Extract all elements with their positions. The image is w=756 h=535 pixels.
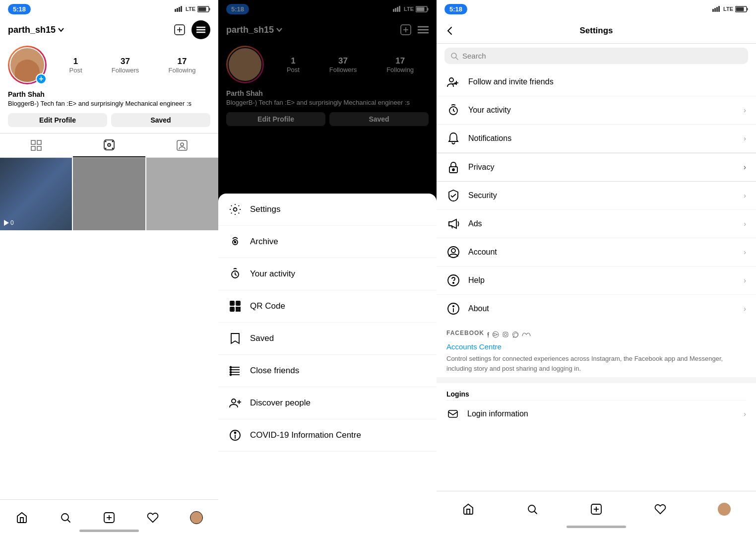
facebook-description: Control settings for connected experienc… — [446, 354, 746, 373]
svg-rect-80 — [716, 7, 718, 12]
svg-rect-0 — [175, 9, 176, 12]
svg-rect-84 — [736, 7, 744, 11]
svg-rect-13 — [31, 140, 35, 144]
svg-rect-2 — [179, 7, 180, 12]
menu-item-discover[interactable]: Discover people — [218, 387, 437, 419]
svg-rect-37 — [428, 8, 429, 10]
svg-point-22 — [105, 148, 107, 149]
nav-heart-3[interactable] — [649, 498, 671, 520]
menu-item-archive[interactable]: Archive — [218, 226, 437, 258]
menu-discover-label: Discover people — [250, 398, 311, 408]
menu-item-qr[interactable]: QR Code — [218, 290, 437, 323]
battery-icon — [197, 6, 210, 12]
nav-add-1[interactable] — [98, 507, 120, 529]
svg-rect-56 — [239, 307, 240, 309]
ads-label: Ads — [468, 219, 736, 228]
svg-point-45 — [234, 208, 237, 211]
svg-rect-78 — [712, 9, 714, 12]
saved-button[interactable]: Saved — [111, 113, 210, 127]
grid-item-3[interactable] — [146, 158, 218, 230]
grid-item-2[interactable] — [73, 158, 145, 230]
covid-icon — [228, 428, 242, 442]
svg-point-65 — [230, 372, 232, 373]
status-bar-1: 5:18 LTE — [0, 0, 218, 18]
settings-item-security[interactable]: Security › — [437, 182, 756, 209]
search-bar[interactable] — [444, 48, 748, 64]
stats-row-1: + 1 Post 37 Followers 17 Following — [8, 46, 210, 84]
follow-invite-label: Follow and invite friends — [468, 77, 746, 86]
svg-rect-5 — [209, 8, 210, 10]
back-button[interactable] — [444, 26, 460, 36]
svg-point-21 — [112, 141, 114, 142]
svg-rect-1 — [177, 8, 178, 12]
search-icon-3 — [450, 52, 458, 60]
add-post-icon-1[interactable] — [174, 24, 186, 36]
shield-icon — [446, 189, 460, 202]
accounts-centre-link[interactable]: Accounts Centre — [446, 342, 746, 351]
hamburger-icon-1 — [196, 26, 205, 33]
lte-label: LTE — [186, 6, 195, 12]
settings-list: Follow and invite friends Your activity … — [437, 68, 756, 491]
nav-profile-3[interactable] — [713, 498, 735, 520]
nav-add-3[interactable] — [585, 498, 607, 520]
nav-heart-1[interactable] — [142, 507, 164, 529]
svg-marker-26 — [4, 220, 9, 226]
svg-rect-34 — [397, 7, 398, 12]
add-icon-1 — [103, 512, 115, 524]
settings-item-ads[interactable]: Ads › — [437, 210, 756, 238]
tab-tagged-1[interactable] — [145, 134, 218, 157]
nav-search-1[interactable] — [55, 507, 76, 529]
svg-rect-58 — [239, 310, 240, 311]
menu-item-settings[interactable]: Settings — [218, 194, 437, 226]
settings-item-follow[interactable]: Follow and invite friends — [437, 68, 756, 96]
username-text-1: parth_sh15 — [8, 25, 56, 35]
search-input-3[interactable] — [462, 52, 742, 60]
grid-icon-1 — [31, 140, 42, 151]
menu-archive-label: Archive — [250, 237, 278, 247]
section-divider — [437, 377, 756, 383]
svg-rect-79 — [714, 8, 716, 12]
home-indicator-3 — [567, 526, 626, 528]
stats-numbers-1: 1 Post 37 Followers 17 Following — [55, 57, 210, 74]
activity-icon — [228, 267, 242, 281]
svg-rect-35 — [399, 6, 400, 12]
menu-item-saved[interactable]: Saved — [218, 323, 437, 355]
grid-item-1[interactable]: 0 — [0, 158, 72, 230]
svg-point-63 — [230, 367, 232, 368]
settings-item-account[interactable]: Account › — [437, 238, 756, 266]
svg-rect-32 — [393, 9, 394, 12]
svg-rect-101 — [503, 332, 508, 337]
nav-home-1[interactable] — [11, 507, 33, 529]
settings-item-about[interactable]: About › — [437, 295, 756, 323]
settings-item-activity[interactable]: Your activity › — [437, 96, 756, 124]
settings-item-help[interactable]: Help › — [437, 267, 756, 294]
activity-icon-3 — [446, 103, 460, 117]
menu-saved-label: Saved — [250, 334, 274, 343]
settings-item-privacy[interactable]: Privacy › — [437, 153, 756, 182]
nav-profile-1[interactable] — [186, 507, 207, 529]
svg-rect-15 — [31, 146, 35, 150]
tab-reels-1[interactable] — [73, 134, 146, 157]
menu-item-activity[interactable]: Your activity — [218, 258, 437, 290]
messenger-icon — [492, 331, 499, 338]
signal-icon — [175, 6, 184, 12]
account-label: Account — [468, 248, 736, 257]
svg-point-47 — [235, 242, 236, 243]
action-buttons-1: Edit Profile Saved — [8, 113, 210, 127]
nav-search-3[interactable] — [521, 498, 543, 520]
nav-home-3[interactable] — [457, 498, 479, 520]
edit-profile-button[interactable]: Edit Profile — [8, 113, 107, 127]
hamburger-button-1[interactable] — [191, 20, 210, 39]
stat-followers-1: 37 Followers — [112, 57, 139, 74]
archive-icon — [228, 235, 242, 249]
status-icons-1: LTE — [175, 6, 210, 12]
menu-item-close-friends[interactable]: Close friends — [218, 355, 437, 387]
menu-item-covid[interactable]: COVID-19 Information Centre — [218, 419, 437, 452]
lock-icon — [446, 160, 460, 174]
header-icons-1 — [174, 20, 210, 39]
svg-point-20 — [105, 141, 107, 142]
login-info-item[interactable]: Login information › — [446, 400, 746, 427]
settings-item-notifications[interactable]: Notifications › — [437, 125, 756, 152]
tab-grid-1[interactable] — [0, 134, 73, 157]
svg-point-25 — [181, 143, 184, 146]
